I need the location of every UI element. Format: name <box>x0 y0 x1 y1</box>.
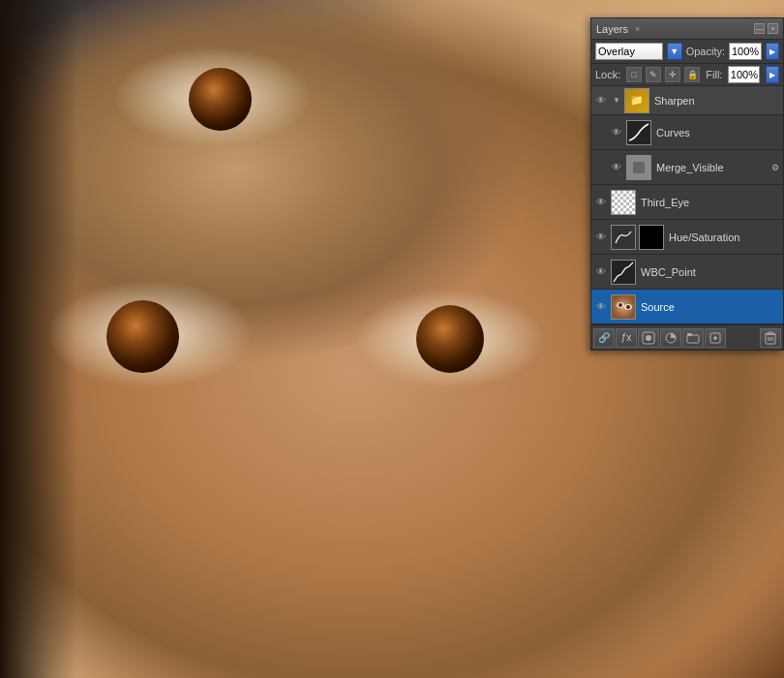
svg-rect-25 <box>768 332 773 334</box>
layer-thumb-source <box>611 294 636 320</box>
layer-visibility-source[interactable]: 👁 <box>593 299 609 315</box>
svg-point-9 <box>618 303 622 307</box>
lock-paint-icon[interactable]: ✎ <box>646 67 661 82</box>
layer-visibility-merge[interactable]: 👁 <box>609 160 624 175</box>
layer-extra-merge: ⚙ <box>771 163 779 172</box>
layer-row-wbc[interactable]: 👁 WBC_Point <box>591 255 783 290</box>
layer-row-curves[interactable]: 👁 Curves <box>591 115 783 150</box>
layer-mask-hue-sat <box>639 225 664 250</box>
lower-left-eye-pupil <box>106 300 179 373</box>
layer-row-sharpen[interactable]: 👁 ▼ 📁 Sharpen <box>591 86 783 115</box>
lock-all-icon[interactable]: 🔒 <box>684 67 700 82</box>
opacity-value[interactable]: 100% <box>729 43 762 60</box>
minimize-button[interactable]: — <box>754 23 765 34</box>
svg-rect-16 <box>687 333 692 336</box>
blend-mode-select[interactable]: Overlay <box>595 43 663 60</box>
layer-visibility-third-eye[interactable]: 👁 <box>593 195 609 210</box>
lock-label: Lock: <box>595 69 620 80</box>
panel-window-controls: — × <box>754 23 778 34</box>
add-mask-button[interactable] <box>638 328 659 348</box>
layer-name-sharpen: Sharpen <box>651 95 781 107</box>
layers-panel: Layers × — × Overlay ▼ Opacity: 100% ▶ L… <box>590 17 784 351</box>
layer-thumb-curves <box>626 120 651 145</box>
layer-visibility-curves[interactable]: 👁 <box>609 125 624 140</box>
svg-rect-4 <box>612 226 635 249</box>
fill-value[interactable]: 100% <box>728 66 760 83</box>
layer-thumb-wbc <box>611 260 636 285</box>
lock-move-icon[interactable]: ✛ <box>665 67 680 82</box>
layer-thumb-sharpen: 📁 <box>624 88 649 113</box>
layer-name-hue-sat: Hue/Saturation <box>666 231 781 243</box>
lock-icons-group: □ ✎ ✛ 🔒 <box>626 67 700 82</box>
layer-thumb-merge <box>626 155 651 180</box>
opacity-stepper[interactable]: ▶ <box>766 43 779 60</box>
fill-label: Fill: <box>706 69 722 80</box>
svg-point-13 <box>646 335 651 341</box>
svg-rect-3 <box>633 162 645 173</box>
lock-fill-row: Lock: □ ✎ ✛ 🔒 Fill: 100% ▶ <box>591 64 783 86</box>
panel-title: Layers <box>596 23 628 35</box>
top-eye-pupil <box>189 68 252 131</box>
new-group-button[interactable] <box>682 328 704 348</box>
link-layers-button[interactable]: 🔗 <box>593 328 615 348</box>
close-button[interactable]: × <box>768 23 778 34</box>
layer-name-third-eye: Third_Eye <box>638 197 781 208</box>
lock-transparent-icon[interactable]: □ <box>626 67 642 82</box>
layer-visibility-wbc[interactable]: 👁 <box>593 264 609 280</box>
layer-thumb-third-eye <box>611 190 636 215</box>
panel-titlebar: Layers × — × <box>591 18 783 40</box>
new-fill-layer-button[interactable] <box>660 328 681 348</box>
blend-opacity-row: Overlay ▼ Opacity: 100% ▶ <box>591 40 783 64</box>
delete-layer-button[interactable] <box>760 328 781 348</box>
panel-tab-x[interactable]: × <box>635 24 640 34</box>
layer-name-wbc: WBC_Point <box>638 266 781 278</box>
layer-row-hue-sat[interactable]: 👁 Hue/Saturation <box>591 220 783 255</box>
layer-visibility-hue-sat[interactable]: 👁 <box>593 230 609 245</box>
layer-name-merge: Merge_Visible <box>653 162 769 173</box>
layers-list: 👁 ▼ 📁 Sharpen 👁 Curves 👁 <box>591 86 783 324</box>
panel-bottom-toolbar: 🔗 ƒx <box>591 324 783 350</box>
layer-row-merge-visible[interactable]: 👁 Merge_Visible ⚙ <box>591 150 783 185</box>
fill-stepper[interactable]: ▶ <box>766 66 779 83</box>
blend-mode-value: Overlay <box>598 46 635 57</box>
layer-name-curves: Curves <box>653 127 781 139</box>
svg-point-11 <box>626 305 630 309</box>
layer-row-third-eye[interactable]: 👁 Third_Eye <box>591 185 783 220</box>
new-layer-button[interactable] <box>705 328 726 348</box>
layer-row-source[interactable]: 👁 Source <box>591 290 783 324</box>
svg-rect-15 <box>687 335 699 343</box>
layer-thumb-hue-sat <box>611 225 636 250</box>
layer-name-source: Source <box>638 301 781 313</box>
lower-right-eye-pupil <box>416 305 484 373</box>
blend-mode-arrow[interactable]: ▼ <box>667 43 682 60</box>
layer-expand-sharpen[interactable]: ▼ <box>611 93 622 108</box>
opacity-label: Opacity: <box>686 46 725 57</box>
layer-effects-button[interactable]: ƒx <box>616 328 637 348</box>
layer-visibility-sharpen[interactable]: 👁 <box>593 93 609 108</box>
